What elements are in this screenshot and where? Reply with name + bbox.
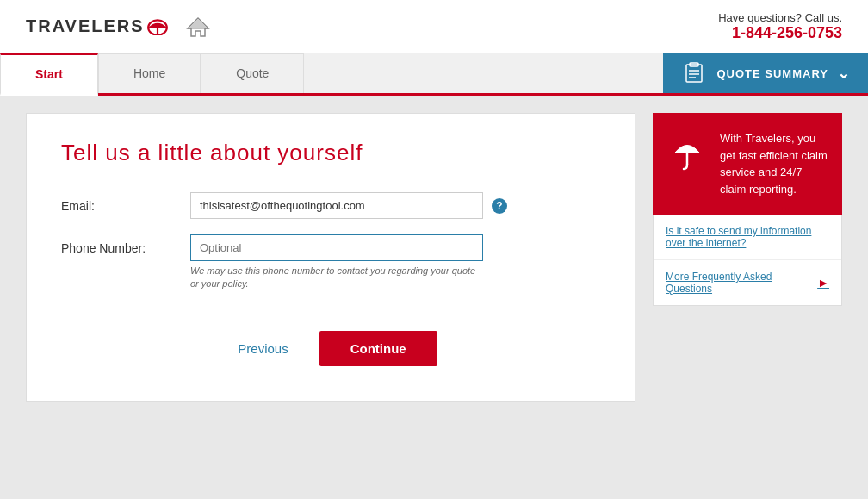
phone-field-wrapper: We may use this phone number to contact … [190,234,483,291]
email-row: Email: ? [61,192,600,219]
header-question-text: Have questions? Call us. [718,11,842,24]
quote-summary-tab[interactable]: QUOTE SUMMARY ⌄ [663,53,868,93]
phone-input[interactable] [190,234,483,261]
tab-quote-label: Quote [236,66,269,80]
quote-summary-icon [680,59,708,87]
sidebar-faq: Is it safe to send my information over t… [653,215,842,306]
main-content: Tell us a little about yourself Email: ?… [26,113,636,402]
faq-arrow-icon: ► [817,276,829,290]
form-divider [61,309,600,309]
home-icon[interactable] [183,11,214,42]
logo-text: TRAVELERS [26,16,145,36]
tab-quote[interactable]: Quote [201,53,304,93]
sidebar-promo: With Travelers, you get fast efficient c… [653,113,842,215]
header-left: TRAVELERS [26,11,214,42]
header: TRAVELERS Have questions? Call us. 1-844… [0,0,868,53]
promo-umbrella-icon [666,134,708,172]
phone-label: Phone Number: [61,234,190,255]
previous-button[interactable]: Previous [224,334,301,363]
email-field-wrapper: ? [190,192,483,219]
nav-tabs: Start Home Quote QUOTE SUMMARY ⌄ [0,53,868,96]
email-help-icon[interactable]: ? [492,198,507,214]
sidebar: With Travelers, you get fast efficient c… [653,113,842,402]
chevron-down-icon: ⌄ [837,64,851,83]
phone-row: Phone Number: We may use this phone numb… [61,234,600,291]
faq-more-text: More Frequently Asked Questions [666,271,814,295]
form-actions: Previous Continue [61,331,600,366]
tab-start[interactable]: Start [0,53,98,96]
page-title: Tell us a little about yourself [61,140,600,166]
quote-summary-label: QUOTE SUMMARY [716,67,828,80]
svg-rect-4 [686,65,702,82]
umbrella-logo-icon [146,18,169,35]
promo-text: With Travelers, you get fast efficient c… [720,130,828,197]
tab-start-label: Start [35,67,63,81]
tab-home-label: Home [133,66,165,80]
tab-home[interactable]: Home [98,53,201,93]
umbrella-promo-svg [668,134,706,172]
svg-marker-3 [188,18,208,28]
main-wrapper: Tell us a little about yourself Email: ?… [0,96,868,419]
faq-more-link[interactable]: More Frequently Asked Questions ► [654,260,841,305]
faq-safety-text: Is it safe to send my information over t… [666,225,829,249]
email-label: Email: [61,192,190,213]
phone-hint: We may use this phone number to contact … [190,265,483,291]
continue-button[interactable]: Continue [319,331,437,366]
travelers-logo: TRAVELERS [26,16,169,36]
email-input[interactable] [190,192,483,219]
header-right: Have questions? Call us. 1-844-256-0753 [718,11,842,42]
clipboard-icon [682,61,706,85]
faq-safety-link[interactable]: Is it safe to send my information over t… [654,215,841,260]
header-phone[interactable]: 1-844-256-0753 [718,24,842,42]
house-svg-icon [186,15,210,39]
